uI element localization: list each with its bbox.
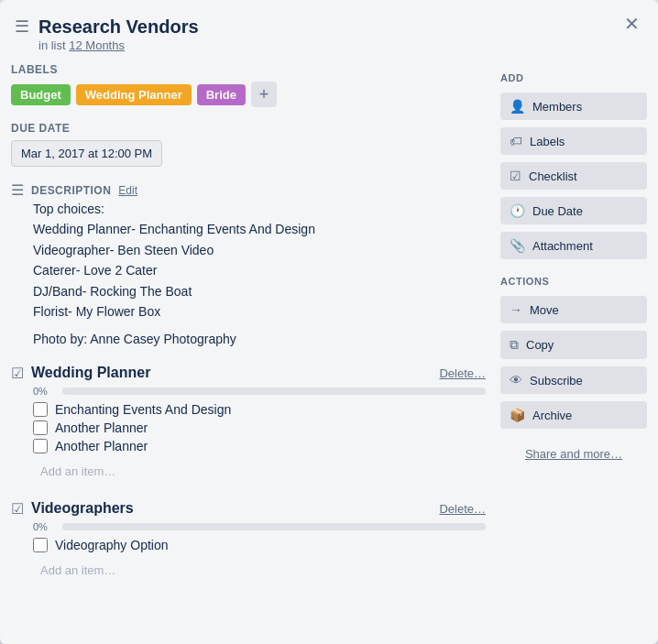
progress-pct-1: 0%: [33, 386, 55, 397]
copy-icon: ⧉: [510, 337, 519, 353]
checklist-item-text: Another Planner: [55, 439, 148, 453]
copy-button[interactable]: ⧉ Copy: [500, 331, 647, 359]
move-icon: →: [510, 302, 522, 317]
checklist-videographers-title: Videographers: [31, 500, 134, 517]
checklist-item-text: Videography Option: [55, 538, 169, 552]
progress-bar-bg-2: [62, 523, 486, 530]
attachment-icon: 📎: [510, 238, 525, 253]
due-date-section: Due Date Mar 1, 2017 at 12:00 PM: [11, 122, 486, 167]
main-content: Labels Budget Wedding Planner Bride + Du…: [11, 63, 486, 629]
progress-row-2: 0%: [11, 521, 486, 532]
checklist-item: Another Planner: [33, 439, 486, 453]
share-link-button[interactable]: Share and more…: [500, 443, 647, 464]
due-date-value[interactable]: Mar 1, 2017 at 12:00 PM: [11, 140, 162, 167]
close-button[interactable]: ✕: [617, 9, 647, 38]
description-header: ☰ Description Edit: [11, 181, 486, 199]
description-icon: ☰: [11, 181, 24, 199]
checklist-item: Enchanting Events And Design: [33, 402, 486, 417]
labels-row: Budget Wedding Planner Bride +: [11, 82, 486, 107]
checklist-add-icon: ☑: [510, 169, 521, 183]
add-label-button[interactable]: +: [251, 82, 277, 107]
progress-row-1: 0%: [11, 386, 486, 397]
checklist-item-text: Another Planner: [55, 420, 148, 435]
add-labels-button[interactable]: 🏷 Labels: [500, 127, 647, 155]
checklist-wedding-planner: ☑ Wedding Planner Delete… 0% Enchanting …: [11, 365, 486, 482]
add-checklist-button[interactable]: ☑ Checklist: [500, 162, 647, 190]
checklist-checkbox[interactable]: [33, 538, 48, 552]
checklist-checkbox[interactable]: [33, 439, 48, 453]
checklist-item: Another Planner: [33, 420, 486, 435]
description-title: Description: [31, 184, 111, 197]
checklist-icon: ☑: [11, 365, 24, 382]
due-date-icon: 🕐: [510, 203, 525, 218]
card-modal: ☰ Research Vendors in list 12 Months ✕ L…: [0, 0, 658, 644]
members-icon: 👤: [510, 99, 525, 114]
add-section-title: Add: [500, 72, 647, 83]
checklist-checkbox[interactable]: [33, 402, 48, 417]
move-button[interactable]: → Move: [500, 296, 647, 323]
checklist-items-2: Videography Option Add an item…: [11, 538, 486, 581]
sidebar: Add 👤 Members 🏷 Labels ☑ Checklist 🕐 Due…: [500, 63, 647, 629]
archive-button[interactable]: 📦 Archive: [500, 401, 647, 429]
checklist-videographers-header: ☑ Videographers Delete…: [11, 500, 486, 518]
checklist-item: Videography Option: [33, 538, 486, 552]
labels-title: Labels: [11, 63, 486, 76]
checklist-wedding-planner-header: ☑ Wedding Planner Delete…: [11, 365, 486, 382]
label-budget[interactable]: Budget: [11, 84, 71, 105]
subscribe-icon: 👁: [510, 373, 522, 387]
progress-pct-2: 0%: [33, 521, 55, 532]
checklist-item-text: Enchanting Events And Design: [55, 402, 231, 417]
add-item-2[interactable]: Add an item…: [33, 560, 486, 581]
labels-icon: 🏷: [510, 134, 522, 148]
subscribe-button[interactable]: 👁 Subscribe: [500, 366, 647, 394]
modal-header: ☰ Research Vendors in list 12 Months ✕: [0, 0, 658, 52]
title-area: Research Vendors in list 12 Months: [38, 15, 643, 52]
list-link[interactable]: 12 Months: [69, 38, 125, 52]
delete-videographers-button[interactable]: Delete…: [439, 502, 486, 516]
add-members-button[interactable]: 👤 Members: [500, 93, 647, 120]
label-wedding-planner[interactable]: Wedding Planner: [76, 84, 192, 105]
list-breadcrumb: in list 12 Months: [38, 38, 643, 52]
label-bride[interactable]: Bride: [197, 84, 246, 105]
checklist-icon-2: ☑: [11, 500, 24, 518]
delete-wedding-planner-button[interactable]: Delete…: [439, 366, 486, 380]
add-item-1[interactable]: Add an item…: [33, 461, 486, 482]
checklist-videographers: ☑ Videographers Delete… 0% Videography O…: [11, 500, 486, 581]
archive-icon: 📦: [510, 408, 525, 422]
card-icon: ☰: [15, 16, 29, 37]
labels-section: Labels Budget Wedding Planner Bride +: [11, 63, 486, 107]
progress-bar-bg-1: [62, 387, 486, 395]
card-title: Research Vendors: [38, 15, 643, 38]
modal-body: Labels Budget Wedding Planner Bride + Du…: [0, 52, 658, 644]
description-body: Top choices: Wedding Planner- Enchanting…: [11, 199, 486, 350]
add-due-date-button[interactable]: 🕐 Due Date: [500, 197, 647, 224]
checklist-wedding-planner-title: Wedding Planner: [31, 365, 150, 381]
checklist-items-1: Enchanting Events And Design Another Pla…: [11, 402, 486, 482]
edit-description-button[interactable]: Edit: [118, 184, 137, 197]
actions-section-title: Actions: [500, 276, 647, 287]
add-attachment-button[interactable]: 📎 Attachment: [500, 232, 647, 259]
checklist-checkbox[interactable]: [33, 420, 48, 435]
due-date-title: Due Date: [11, 122, 486, 135]
description-section: ☰ Description Edit Top choices: Wedding …: [11, 181, 486, 350]
